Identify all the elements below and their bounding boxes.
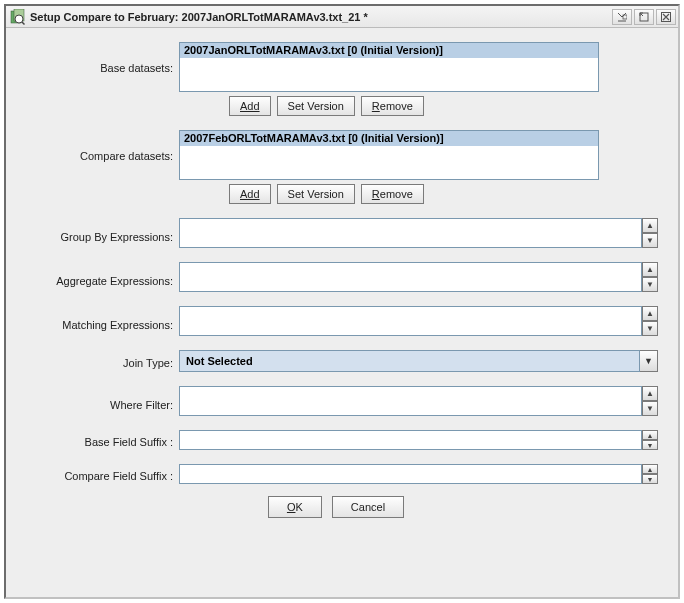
add-button[interactable]: Add [229, 184, 271, 204]
set-version-button[interactable]: Set Version [277, 96, 355, 116]
remove-button[interactable]: Remove [361, 184, 424, 204]
spinner-up-icon[interactable]: ▲ [642, 306, 658, 321]
footer: OK Cancel [14, 490, 658, 528]
svg-point-2 [15, 15, 23, 23]
spinner-up-icon[interactable]: ▲ [642, 430, 658, 440]
compare-suffix-input[interactable] [179, 464, 642, 484]
aggregate-input[interactable] [179, 262, 642, 292]
set-version-button[interactable]: Set Version [277, 184, 355, 204]
spinner-up-icon[interactable]: ▲ [642, 262, 658, 277]
label-matching: Matching Expressions: [14, 311, 179, 331]
ok-button[interactable]: OK [268, 496, 322, 518]
add-button-label: Add [240, 188, 260, 200]
spinner-down-icon[interactable]: ▼ [642, 401, 658, 416]
app-icon [8, 8, 26, 26]
cancel-button[interactable]: Cancel [332, 496, 404, 518]
window-title: Setup Compare to February: 2007JanORLTot… [30, 11, 610, 23]
minimize-button[interactable] [612, 9, 632, 25]
spinner-down-icon[interactable]: ▼ [642, 440, 658, 450]
label-compare-datasets: Compare datasets: [14, 130, 179, 162]
where-filter-input[interactable] [179, 386, 642, 416]
list-item[interactable]: 2007FebORLTotMARAMAv3.txt [0 (Initial Ve… [180, 131, 598, 146]
label-where-filter: Where Filter: [14, 391, 179, 411]
chevron-down-icon[interactable]: ▼ [640, 350, 658, 372]
label-base-suffix: Base Field Suffix : [14, 433, 179, 448]
label-base-datasets: Base datasets: [14, 42, 179, 74]
matching-input[interactable] [179, 306, 642, 336]
label-aggregate: Aggregate Expressions: [14, 267, 179, 287]
base-suffix-input[interactable] [179, 430, 642, 450]
remove-button[interactable]: Remove [361, 96, 424, 116]
label-group-by: Group By Expressions: [14, 223, 179, 243]
dialog-window: Setup Compare to February: 2007JanORLTot… [4, 4, 680, 599]
add-button-label: Add [240, 100, 260, 112]
spinner-down-icon[interactable]: ▼ [642, 277, 658, 292]
close-button[interactable] [656, 9, 676, 25]
base-datasets-list[interactable]: 2007JanORLTotMARAMAv3.txt [0 (Initial Ve… [179, 42, 599, 92]
add-button[interactable]: Add [229, 96, 271, 116]
join-type-value: Not Selected [179, 350, 640, 372]
spinner-down-icon[interactable]: ▼ [642, 321, 658, 336]
titlebar: Setup Compare to February: 2007JanORLTot… [6, 6, 678, 28]
label-join-type: Join Type: [14, 353, 179, 369]
spinner-up-icon[interactable]: ▲ [642, 464, 658, 474]
join-type-combo[interactable]: Not Selected ▼ [179, 350, 658, 372]
svg-line-3 [22, 22, 25, 25]
spinner-up-icon[interactable]: ▲ [642, 386, 658, 401]
content-pane: Base datasets: 2007JanORLTotMARAMAv3.txt… [6, 28, 678, 597]
group-by-input[interactable] [179, 218, 642, 248]
compare-datasets-list[interactable]: 2007FebORLTotMARAMAv3.txt [0 (Initial Ve… [179, 130, 599, 180]
spinner-down-icon[interactable]: ▼ [642, 233, 658, 248]
spinner-down-icon[interactable]: ▼ [642, 474, 658, 484]
list-item[interactable]: 2007JanORLTotMARAMAv3.txt [0 (Initial Ve… [180, 43, 598, 58]
spinner-up-icon[interactable]: ▲ [642, 218, 658, 233]
maximize-button[interactable] [634, 9, 654, 25]
label-compare-suffix: Compare Field Suffix : [14, 467, 179, 482]
